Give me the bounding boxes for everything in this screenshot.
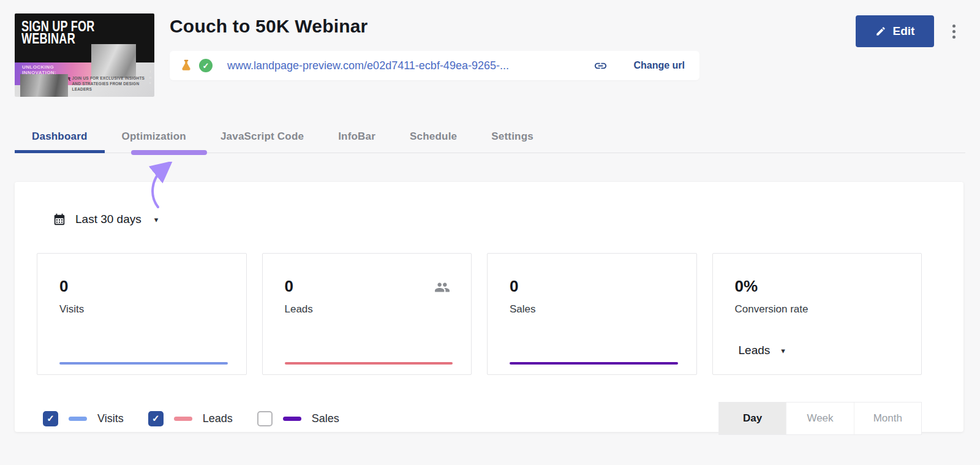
visits-checkbox[interactable]: ✓ <box>43 411 58 426</box>
legend-and-granularity-row: ✓ Visits ✓ Leads Sales Day Week Month <box>43 402 922 435</box>
url-bar: ✓ www.landpage-preview.com/e02d7411-ecbf… <box>170 51 699 80</box>
pencil-icon <box>875 26 886 37</box>
people-icon <box>434 279 450 295</box>
tab-javascript-code[interactable]: JavaScript Code <box>203 130 321 153</box>
copy-link-icon[interactable] <box>594 59 608 73</box>
series-legend: ✓ Visits ✓ Leads Sales <box>43 411 339 426</box>
preview-url-link[interactable]: www.landpage-preview.com/e02d7411-ecbf-4… <box>227 59 509 72</box>
stat-card-sales: 0 Sales <box>487 253 697 375</box>
granularity-week[interactable]: Week <box>786 403 853 434</box>
stat-card-conversion-rate: 0% Conversion rate Leads ▾ <box>712 253 922 375</box>
sales-sparkline <box>510 362 678 365</box>
header-actions: Edit <box>856 13 959 97</box>
x-icon: x <box>149 81 151 85</box>
conversion-label: Conversion rate <box>735 303 900 316</box>
change-url-button[interactable]: Change url <box>633 60 685 71</box>
leads-sparkline <box>285 362 453 365</box>
visits-series-swatch <box>69 417 87 421</box>
tab-bar: Dashboard Optimization JavaScript Code I… <box>15 130 965 153</box>
thumbnail-photo-woman <box>91 44 136 77</box>
sales-checkbox[interactable] <box>257 411 273 426</box>
thumbnail-sub1: UNLOCKING <box>22 64 91 70</box>
granularity-toggle: Day Week Month <box>718 402 922 435</box>
caret-down-icon: ▾ <box>781 346 785 355</box>
sales-series-swatch <box>283 417 301 421</box>
tab-schedule[interactable]: Schedule <box>393 130 474 153</box>
edit-button-label: Edit <box>893 25 915 38</box>
visits-legend-label: Visits <box>97 412 124 425</box>
edit-button[interactable]: Edit <box>856 15 934 47</box>
flask-icon <box>179 59 193 72</box>
dashboard-panel: Last 30 days ▾ 0 Visits 0 Leads 0 Sales … <box>15 182 963 432</box>
leads-value: 0 <box>285 277 450 296</box>
stats-row: 0 Visits 0 Leads 0 Sales 0% Conversion r… <box>37 253 922 375</box>
thumbnail-social-icons: f o x <box>149 70 151 85</box>
tab-infobar[interactable]: InfoBar <box>321 130 393 153</box>
header: SIGN UP FOR WEBINAR f o x UNLOCKING INNO… <box>0 0 980 97</box>
sales-label: Sales <box>510 303 674 316</box>
page-title: Couch to 50K Webinar <box>170 16 840 37</box>
kebab-dot <box>952 36 956 39</box>
kebab-menu-button[interactable] <box>949 15 959 47</box>
visits-value: 0 <box>59 277 224 296</box>
caret-down-icon: ▾ <box>154 215 159 224</box>
stat-card-visits: 0 Visits <box>37 253 247 375</box>
verified-icon: ✓ <box>199 59 213 72</box>
tab-dashboard[interactable]: Dashboard <box>15 130 105 153</box>
sales-value: 0 <box>510 277 674 296</box>
kebab-dot <box>952 25 956 28</box>
leads-checkbox[interactable]: ✓ <box>148 411 164 426</box>
stat-card-leads: 0 Leads <box>262 253 472 375</box>
legend-item-sales: Sales <box>257 411 339 426</box>
leads-label: Leads <box>285 303 450 316</box>
leads-legend-label: Leads <box>203 412 233 425</box>
header-main: Couch to 50K Webinar ✓ www.landpage-prev… <box>170 13 840 97</box>
tab-optimization[interactable]: Optimization <box>105 130 203 153</box>
calendar-icon <box>53 213 66 226</box>
conversion-value: 0% <box>735 277 900 296</box>
granularity-month[interactable]: Month <box>854 403 921 434</box>
sales-legend-label: Sales <box>312 412 339 425</box>
date-range-label: Last 30 days <box>75 213 141 226</box>
leads-series-swatch <box>174 417 192 421</box>
visits-sparkline <box>59 362 228 365</box>
kebab-dot <box>952 30 956 33</box>
conversion-metric-selector[interactable]: Leads ▾ <box>739 344 785 357</box>
facebook-icon: f <box>149 70 151 74</box>
conversion-metric-label: Leads <box>739 344 771 357</box>
tab-settings[interactable]: Settings <box>474 130 551 153</box>
webinar-thumbnail: SIGN UP FOR WEBINAR f o x UNLOCKING INNO… <box>15 13 154 97</box>
granularity-day[interactable]: Day <box>719 403 786 434</box>
instagram-icon: o <box>149 75 151 79</box>
url-actions: Change url <box>594 59 685 73</box>
thumbnail-photo-group <box>20 74 68 97</box>
visits-label: Visits <box>59 303 224 316</box>
date-range-selector[interactable]: Last 30 days ▾ <box>53 213 158 226</box>
legend-item-visits: ✓ Visits <box>43 411 124 426</box>
legend-item-leads: ✓ Leads <box>148 411 233 426</box>
thumbnail-caption: JOIN US FOR EXCLUSIVE INSIGHTS AND STRAT… <box>72 75 147 92</box>
